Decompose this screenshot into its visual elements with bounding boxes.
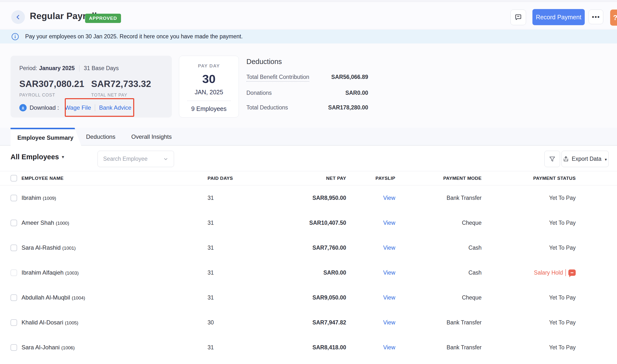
- employee-name[interactable]: Ameer Shah: [22, 219, 56, 226]
- divider: [79, 65, 80, 72]
- view-payslip-link[interactable]: View: [383, 270, 395, 276]
- payroll-cost-value: SAR307,080.21: [19, 79, 91, 89]
- payment-mode-cell: Bank Transfer: [395, 319, 482, 326]
- hold-comment-icon[interactable]: [568, 270, 576, 276]
- payday-card: PAY DAY 30 JAN, 2025 9 Employees: [179, 56, 239, 117]
- scope-label: All Employees: [11, 153, 59, 161]
- payday-employee-count: 9 Employees: [179, 105, 239, 112]
- view-payslip-link[interactable]: View: [383, 195, 395, 201]
- more-actions-button[interactable]: •••: [589, 10, 603, 24]
- total-deductions-value: SAR178,280.00: [328, 104, 368, 111]
- payment-status-cell: Salary Hold: [482, 269, 576, 276]
- employee-name[interactable]: Ibrahim Alfaqieh: [22, 269, 65, 276]
- net-pay-cell: SAR7,947.82: [244, 319, 346, 326]
- total-net-pay-label: TOTAL NET PAY: [91, 92, 163, 98]
- download-icon: [19, 104, 27, 111]
- payment-status-cell: Yet To Pay: [482, 220, 576, 226]
- employee-table: EMPLOYEE NAME PAID DAYS NET PAY PAYSLIP …: [0, 171, 617, 360]
- row-checkbox[interactable]: [11, 294, 17, 301]
- employee-name[interactable]: Sara Al-Johani: [22, 344, 61, 351]
- tab-overall-insights[interactable]: Overall Insights: [131, 128, 172, 146]
- employee-scope-dropdown[interactable]: All Employees ▾: [11, 153, 64, 161]
- wage-file-link[interactable]: Wage File: [65, 104, 91, 111]
- employee-name[interactable]: Sara Al-Rashid: [22, 244, 62, 251]
- tab-deductions[interactable]: Deductions: [86, 128, 115, 146]
- row-checkbox[interactable]: [11, 220, 17, 226]
- employee-number: (1003): [65, 271, 79, 275]
- employee-name[interactable]: Khalid Al-Dosari: [22, 319, 65, 326]
- employee-name[interactable]: Abdullah Al-Muqbil: [22, 294, 72, 301]
- total-net-pay-block: SAR72,733.32 TOTAL NET PAY: [91, 79, 163, 98]
- net-pay-cell: SAR10,407.50: [244, 220, 346, 226]
- period-label: Period:: [19, 65, 37, 72]
- row-checkbox[interactable]: [11, 270, 17, 276]
- payment-mode-cell: Cash: [395, 245, 482, 251]
- table-header-row: EMPLOYEE NAME PAID DAYS NET PAY PAYSLIP …: [0, 171, 617, 185]
- view-payslip-link[interactable]: View: [383, 344, 395, 351]
- comments-button[interactable]: [510, 10, 526, 25]
- net-pay-cell: SAR9,050.00: [244, 294, 346, 301]
- download-label: Download :: [30, 104, 59, 111]
- export-data-button[interactable]: Export Data ▼: [562, 151, 609, 167]
- payroll-cost-label: PAYROLL COST: [19, 92, 91, 98]
- col-paid-days: PAID DAYS: [208, 176, 244, 181]
- deductions-panel: Deductions Total Benefit Contribution SA…: [246, 58, 368, 111]
- payday-month-year: JAN, 2025: [179, 89, 239, 96]
- view-payslip-link[interactable]: View: [383, 294, 395, 301]
- col-net-pay: NET PAY: [244, 176, 346, 181]
- tab-employee-summary[interactable]: Employee Summary: [11, 128, 81, 146]
- view-payslip-link[interactable]: View: [383, 220, 395, 226]
- table-row: Abdullah Al-Muqbil (1004) 31 SAR9,050.00…: [0, 285, 617, 310]
- paid-days-cell: 31: [208, 294, 244, 301]
- employee-number: (1009): [43, 196, 56, 201]
- table-body: Ibrahim (1009) 31 SAR8,950.00 View Bank …: [0, 185, 617, 360]
- row-checkbox[interactable]: [11, 195, 17, 201]
- search-employee-select[interactable]: Search Employee: [97, 151, 174, 167]
- info-banner: Pay your employees on 30 Jan 2025. Recor…: [0, 30, 617, 43]
- bank-advice-link[interactable]: Bank Advice: [99, 104, 131, 111]
- table-row: Khalid Al-Dosari (1005) 30 SAR7,947.82 V…: [0, 310, 617, 335]
- help-button[interactable]: ?: [610, 10, 617, 26]
- payment-status-cell: Yet To Pay: [482, 344, 576, 351]
- net-pay-cell: SAR0.00: [244, 270, 346, 276]
- paid-days-cell: 31: [208, 245, 244, 251]
- net-pay-cell: SAR8,418.00: [244, 344, 346, 351]
- paid-days-cell: 31: [208, 195, 244, 201]
- view-payslip-link[interactable]: View: [383, 245, 395, 251]
- paid-days-cell: 30: [208, 319, 244, 326]
- col-employee-name: EMPLOYEE NAME: [22, 176, 208, 181]
- row-checkbox[interactable]: [11, 319, 17, 326]
- period-value: January 2025: [39, 65, 75, 72]
- row-checkbox[interactable]: [11, 245, 17, 251]
- select-all-checkbox[interactable]: [11, 175, 17, 182]
- row-checkbox[interactable]: [11, 344, 17, 351]
- payroll-page: Regular Payroll APPROVED Record Payment …: [0, 0, 617, 364]
- view-payslip-link[interactable]: View: [383, 319, 395, 326]
- salary-hold-label: Salary Hold: [534, 270, 563, 276]
- ellipsis-icon: •••: [592, 13, 600, 21]
- employee-number: (1001): [62, 246, 76, 251]
- filter-button[interactable]: [544, 151, 560, 167]
- comment-icon: [514, 13, 522, 21]
- payment-mode-cell: Bank Transfer: [395, 195, 482, 201]
- back-button[interactable]: [11, 10, 25, 24]
- net-pay-cell: SAR8,950.00: [244, 195, 346, 201]
- payment-mode-cell: Bank Transfer: [395, 344, 482, 351]
- record-payment-button[interactable]: Record Payment: [532, 9, 585, 25]
- employee-name[interactable]: Ibrahim: [22, 195, 43, 201]
- paid-days-cell: 31: [208, 344, 244, 351]
- payment-status-cell: Yet To Pay: [482, 195, 576, 201]
- header-bar: Regular Payroll APPROVED Record Payment …: [0, 2, 617, 29]
- export-label: Export Data: [572, 156, 601, 162]
- export-icon: [563, 156, 569, 162]
- amounts-row: SAR307,080.21 PAYROLL COST SAR72,733.32 …: [19, 79, 163, 98]
- chevron-left-icon: [15, 14, 21, 20]
- search-placeholder: Search Employee: [103, 156, 148, 162]
- base-days: 31 Base Days: [84, 65, 119, 72]
- employee-number: (1006): [61, 345, 75, 350]
- tab-label: Employee Summary: [17, 134, 73, 141]
- total-benefit-contribution-label[interactable]: Total Benefit Contribution: [246, 74, 309, 82]
- table-row: Ibrahim Alfaqieh (1003) 31 SAR0.00 View …: [0, 260, 617, 285]
- divider: [187, 101, 231, 101]
- payroll-cost-block: SAR307,080.21 PAYROLL COST: [19, 79, 91, 98]
